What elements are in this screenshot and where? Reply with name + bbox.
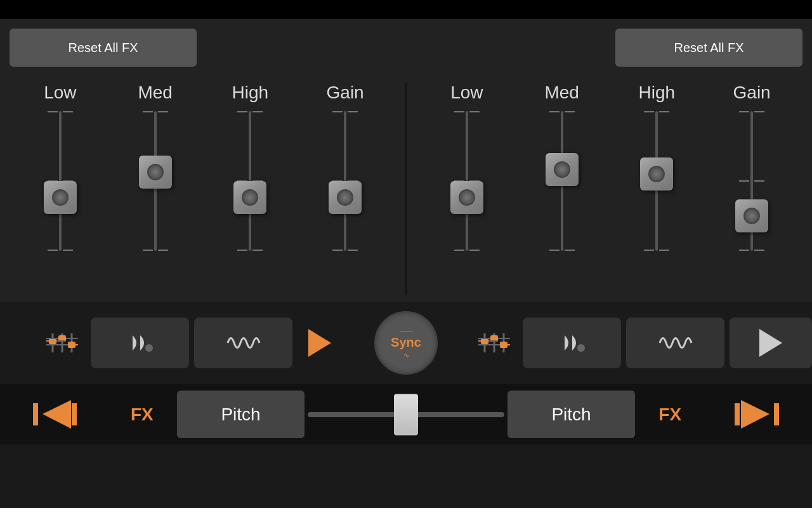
fx-label-left: FX xyxy=(110,404,174,425)
play-triangle-right xyxy=(759,329,782,357)
transport-right xyxy=(470,318,812,368)
transport-section: ―― Sync ∿ xyxy=(0,302,812,384)
pitch-btn-left[interactable]: Pitch xyxy=(177,391,304,438)
tick-bot-left xyxy=(549,250,560,251)
tick-mid-left xyxy=(739,180,749,182)
knob-high-left[interactable] xyxy=(233,181,266,214)
knob-med-left[interactable] xyxy=(139,156,172,189)
tick-bot-left xyxy=(644,250,654,251)
tick-top-left xyxy=(549,111,560,112)
eq-channel-med-right: Med xyxy=(540,83,584,295)
knob-center xyxy=(459,189,475,206)
tick-bot-right xyxy=(252,250,263,251)
eq-label-gain-right: Gain xyxy=(733,83,771,103)
tick-top-right xyxy=(252,111,263,112)
tick-bot-left xyxy=(332,250,343,251)
slider-med-right[interactable] xyxy=(540,111,584,251)
skip-back-btn-left[interactable] xyxy=(0,384,110,444)
wave-icon-right xyxy=(657,330,695,356)
eq-panel-left: Low Med xyxy=(0,83,405,295)
tick-bot-right xyxy=(348,250,358,251)
skip-forward-btn-right[interactable] xyxy=(702,384,812,444)
wave-icon-left xyxy=(225,330,263,356)
play-triangle-left xyxy=(308,329,331,357)
knob-center xyxy=(554,161,570,178)
knob-center xyxy=(52,189,69,206)
slider-high-left[interactable] xyxy=(228,111,272,251)
eq-label-high-left: High xyxy=(232,83,269,103)
top-bar xyxy=(0,0,812,19)
knob-low-right[interactable] xyxy=(450,181,483,214)
eq-section: Low Med xyxy=(0,76,812,302)
tick-bot-right xyxy=(63,250,73,251)
svg-rect-5 xyxy=(68,342,75,348)
tick-top-left xyxy=(332,111,343,112)
tick-top-left xyxy=(143,111,153,112)
slider-low-right[interactable] xyxy=(445,111,489,251)
wave-btn-right[interactable] xyxy=(626,318,724,368)
knob-gain-right[interactable] xyxy=(735,199,768,232)
pitch-slider-area xyxy=(308,412,504,417)
sync-button[interactable]: ―― Sync ∿ xyxy=(374,311,438,375)
eq-label-med-right: Med xyxy=(544,83,579,103)
svg-rect-28 xyxy=(72,403,77,425)
tick-top-left xyxy=(237,111,247,112)
knob-center xyxy=(147,164,164,180)
tick-top-right xyxy=(158,111,168,112)
cue-arrow-icon-right xyxy=(560,330,585,356)
tick-top-right xyxy=(659,111,669,112)
slider-high-right[interactable] xyxy=(634,111,679,251)
svg-marker-27 xyxy=(43,400,71,429)
tick-bot-left xyxy=(143,250,153,251)
eq-adjust-btn-right[interactable] xyxy=(470,318,518,368)
tick-bot-left xyxy=(739,250,749,251)
wave-btn-left[interactable] xyxy=(194,318,292,368)
eq-label-med-left: Med xyxy=(138,83,172,103)
eq-icon-right xyxy=(475,324,513,362)
eq-channel-med-left: Med xyxy=(133,83,178,295)
play-btn-left[interactable] xyxy=(298,318,342,368)
knob-high-right[interactable] xyxy=(640,157,673,190)
eq-channel-high-left: High xyxy=(228,83,272,295)
eq-channel-low-right: Low xyxy=(445,83,489,295)
tick-bot-left xyxy=(237,250,247,251)
svg-rect-18 xyxy=(500,342,508,348)
tick-top-left xyxy=(739,111,749,112)
skip-back-icon-left xyxy=(30,397,81,432)
play-btn-right[interactable] xyxy=(730,318,812,368)
cue-btn-right[interactable] xyxy=(523,318,621,368)
slider-gain-right[interactable] xyxy=(730,111,774,251)
knob-low-left[interactable] xyxy=(44,181,77,214)
eq-label-high-right: High xyxy=(639,83,676,103)
cue-btn-left[interactable] xyxy=(91,318,189,368)
eq-channel-high-right: High xyxy=(634,83,679,295)
tick-top-right xyxy=(348,111,358,112)
bottom-bar: FX Pitch Pitch FX xyxy=(0,384,812,444)
eq-label-low-right: Low xyxy=(450,83,483,103)
pitch-btn-right[interactable]: Pitch xyxy=(508,391,635,438)
eq-channel-gain-left: Gain xyxy=(323,83,367,295)
knob-center xyxy=(648,166,665,182)
eq-label-low-left: Low xyxy=(44,83,76,103)
eq-panel-right: Low Med xyxy=(407,83,812,295)
reset-all-fx-right[interactable]: Reset All FX xyxy=(615,29,802,67)
pitch-knob[interactable] xyxy=(394,394,418,435)
tick-top-left xyxy=(48,111,58,112)
sync-wave-top: ―― xyxy=(400,326,412,334)
eq-adjust-btn-left[interactable] xyxy=(38,318,86,368)
knob-center xyxy=(743,208,760,224)
skip-forward-icon-right xyxy=(731,397,782,432)
reset-row: Reset All FX Reset All FX xyxy=(0,19,812,76)
slider-med-left[interactable] xyxy=(133,111,178,251)
knob-gain-left[interactable] xyxy=(329,181,362,214)
slider-low-left[interactable] xyxy=(38,111,82,251)
knob-med-right[interactable] xyxy=(546,153,579,186)
eq-label-gain-left: Gain xyxy=(327,83,364,103)
svg-marker-30 xyxy=(741,400,769,429)
reset-all-fx-left[interactable]: Reset All FX xyxy=(10,29,197,67)
knob-center xyxy=(242,189,258,206)
eq-icon-left xyxy=(43,324,81,362)
tick-bot-left xyxy=(48,250,58,251)
tick-bot-right xyxy=(158,250,168,251)
slider-gain-left[interactable] xyxy=(323,111,367,251)
